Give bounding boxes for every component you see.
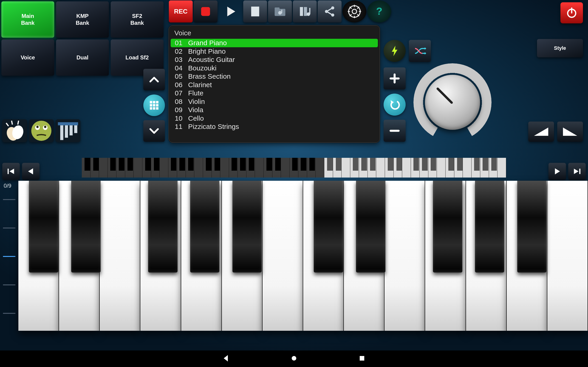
voice-row[interactable]: 01Grand Piano xyxy=(171,39,378,47)
svg-rect-7 xyxy=(300,7,303,16)
svg-line-43 xyxy=(6,123,9,126)
android-navbar xyxy=(0,350,588,367)
white-key[interactable] xyxy=(100,181,140,331)
settings-button[interactable] xyxy=(342,0,366,23)
nav-home[interactable] xyxy=(290,354,298,363)
black-key[interactable] xyxy=(190,181,220,273)
svg-rect-55 xyxy=(74,125,78,133)
nav-back[interactable] xyxy=(222,354,230,363)
voice-grid-button[interactable] xyxy=(143,94,165,116)
bank-dual[interactable]: Dual xyxy=(56,40,109,76)
power-icon xyxy=(565,6,578,19)
ramp-down-icon xyxy=(562,127,578,137)
voice-row[interactable]: 06Clarinet xyxy=(171,81,378,89)
minus-button[interactable] xyxy=(384,120,406,142)
clap-button[interactable] xyxy=(2,119,27,142)
svg-rect-0 xyxy=(201,7,210,16)
svg-marker-60 xyxy=(574,169,579,174)
svg-rect-28 xyxy=(153,101,155,103)
play-button[interactable] xyxy=(218,0,242,23)
white-key[interactable] xyxy=(384,181,425,331)
black-key[interactable] xyxy=(233,181,262,273)
mini-keyboard[interactable] xyxy=(82,158,506,177)
bank-voice[interactable]: Voice xyxy=(1,40,54,76)
undo-button[interactable] xyxy=(384,94,406,116)
new-file-button[interactable] xyxy=(243,0,267,23)
octave-prev-button[interactable] xyxy=(22,163,40,180)
ramp-down-button[interactable] xyxy=(557,122,583,142)
keyboard-position: 0/9 xyxy=(4,183,11,189)
black-key[interactable] xyxy=(433,181,462,273)
power-button[interactable] xyxy=(561,2,583,23)
mini-octave xyxy=(324,158,385,177)
black-key[interactable] xyxy=(314,181,343,273)
volume-knob[interactable] xyxy=(414,63,492,141)
main-keyboard[interactable] xyxy=(18,181,588,331)
velocity-ticks[interactable] xyxy=(0,192,18,321)
black-key[interactable] xyxy=(71,181,101,273)
voice-row[interactable]: 03Acoustic Guitar xyxy=(171,56,378,64)
svg-rect-4 xyxy=(275,8,279,10)
bank-kmp[interactable]: KMPBank xyxy=(56,1,109,38)
music-library-icon xyxy=(298,4,312,19)
keyboard-area: 0/9 xyxy=(0,158,588,332)
svg-rect-35 xyxy=(156,107,158,109)
bank-main[interactable]: MainBank xyxy=(1,1,54,38)
style-button[interactable]: Style xyxy=(537,39,583,57)
open-folder-button[interactable] xyxy=(268,0,292,23)
white-key[interactable] xyxy=(262,181,303,331)
bank-sf2[interactable]: SF2Bank xyxy=(111,1,164,38)
voice-name: Clarinet xyxy=(188,81,212,89)
svg-line-45 xyxy=(18,121,19,125)
emoji-button[interactable] xyxy=(29,119,54,142)
voice-row[interactable]: 10Cello xyxy=(171,114,378,123)
tick xyxy=(3,313,15,314)
plus-button[interactable] xyxy=(384,67,406,90)
voice-up-button[interactable] xyxy=(143,69,165,90)
voice-row[interactable]: 04Bouzouki xyxy=(171,64,378,73)
svg-marker-40 xyxy=(563,127,577,136)
voice-num: 05 xyxy=(175,73,188,80)
toolbar: REC ? xyxy=(169,0,392,23)
white-key[interactable] xyxy=(547,181,588,331)
voice-row[interactable]: 07Flute xyxy=(171,89,378,98)
chimes-button[interactable] xyxy=(56,119,80,142)
library-button[interactable] xyxy=(293,0,317,23)
svg-rect-64 xyxy=(360,356,364,361)
rec-label: REC xyxy=(174,8,187,15)
nav-recent[interactable] xyxy=(358,354,366,363)
voice-list[interactable]: 01Grand Piano02Bright Piano03Acoustic Gu… xyxy=(169,39,380,134)
black-key[interactable] xyxy=(517,181,547,273)
stop-button[interactable] xyxy=(194,0,217,23)
shuffle-button[interactable] xyxy=(409,40,431,62)
voice-row[interactable]: 05Brass Section xyxy=(171,72,378,81)
voice-num: 08 xyxy=(175,98,188,106)
voice-down-button[interactable] xyxy=(143,120,165,142)
energy-button[interactable] xyxy=(384,40,406,62)
voice-num: 04 xyxy=(175,64,188,72)
share-button[interactable] xyxy=(318,0,342,23)
help-button[interactable]: ? xyxy=(367,0,391,23)
black-key[interactable] xyxy=(356,181,385,273)
voice-row[interactable]: 11Pizzicato Strings xyxy=(171,123,378,131)
black-key[interactable] xyxy=(29,181,58,273)
voice-row[interactable]: 09Viola xyxy=(171,106,378,114)
voice-num: 01 xyxy=(175,39,188,47)
chimes-icon xyxy=(56,118,80,143)
black-key[interactable] xyxy=(148,181,178,273)
black-key[interactable] xyxy=(475,181,504,273)
voice-row[interactable]: 08Violin xyxy=(171,98,378,106)
record-button[interactable]: REC xyxy=(169,0,193,23)
voice-num: 06 xyxy=(175,81,188,89)
minus-icon xyxy=(388,124,401,137)
octave-first-button[interactable] xyxy=(2,163,20,180)
stop-icon xyxy=(199,4,213,19)
nav-home-icon xyxy=(290,354,298,362)
voice-num: 03 xyxy=(175,56,188,64)
voice-num: 10 xyxy=(175,115,188,122)
voice-row[interactable]: 02Bright Piano xyxy=(171,47,378,56)
ramp-up-button[interactable] xyxy=(528,122,554,142)
octave-last-button[interactable] xyxy=(568,163,586,180)
octave-next-button[interactable] xyxy=(548,163,566,180)
tick xyxy=(3,284,15,285)
